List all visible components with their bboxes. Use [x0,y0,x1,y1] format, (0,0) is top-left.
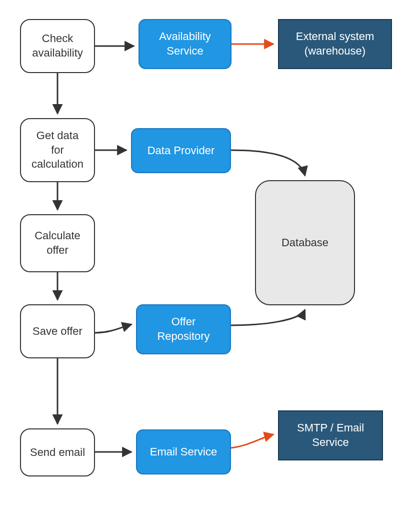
node-label-offer_repository: Offer Repository [157,315,210,343]
edge-data_provider-to-database [231,150,305,176]
diagram-container: Check availabilityAvailability ServiceEx… [0,0,420,515]
node-label-send_email: Send email [30,445,85,460]
node-label-availability_service: Availability Service [159,30,211,58]
edge-email_service-to-smtp_service [231,434,274,448]
node-label-database: Database [282,236,328,250]
node-label-data_provider: Data Provider [148,144,215,158]
node-label-calculate_offer: Calculate offer [34,229,80,257]
node-external_system: External system (warehouse) [278,19,392,69]
edge-save_offer-to-offer_repository [95,324,132,333]
node-label-check_availability: Check availability [32,32,83,60]
node-calculate_offer: Calculate offer [20,214,95,272]
node-get_data: Get data for calculation [20,118,95,182]
node-save_offer: Save offer [20,304,95,358]
edge-offer_repository-to-database [231,310,305,325]
node-smtp_service: SMTP / Email Service [278,410,383,460]
node-label-external_system: External system (warehouse) [296,30,374,58]
node-label-save_offer: Save offer [32,324,82,339]
node-data_provider: Data Provider [131,128,231,173]
node-email_service: Email Service [136,429,231,474]
node-offer_repository: Offer Repository [136,304,231,354]
node-check_availability: Check availability [20,19,95,73]
node-availability_service: Availability Service [138,19,232,69]
node-database: Database [255,180,355,305]
node-send_email: Send email [20,428,95,476]
node-label-smtp_service: SMTP / Email Service [297,421,364,449]
node-label-get_data: Get data for calculation [32,129,84,172]
node-label-email_service: Email Service [150,445,217,459]
